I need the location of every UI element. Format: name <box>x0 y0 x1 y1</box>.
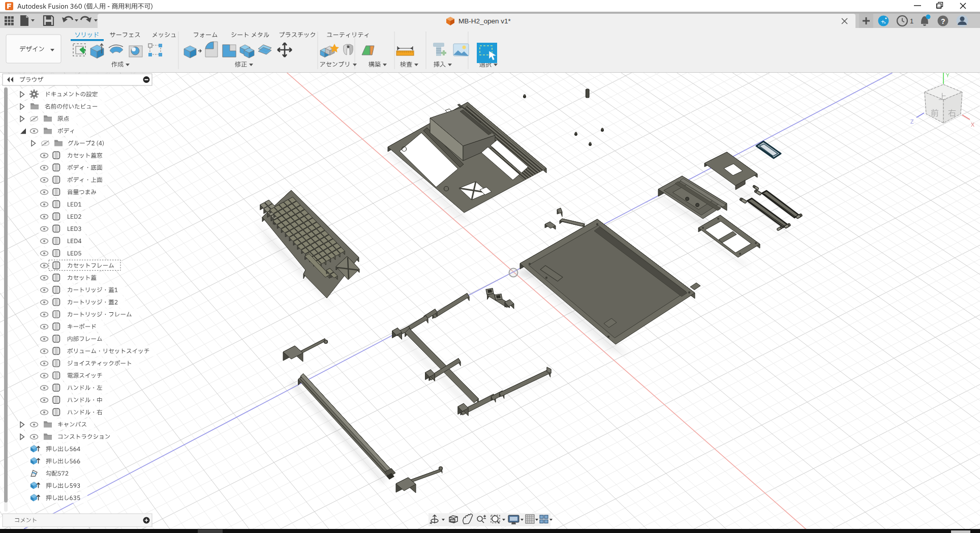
svg-text:MB-H2_open v1*: MB-H2_open v1* <box>458 17 511 25</box>
svg-text:?: ? <box>941 17 945 25</box>
svg-text:+: + <box>881 18 885 25</box>
svg-text:1: 1 <box>910 17 913 25</box>
